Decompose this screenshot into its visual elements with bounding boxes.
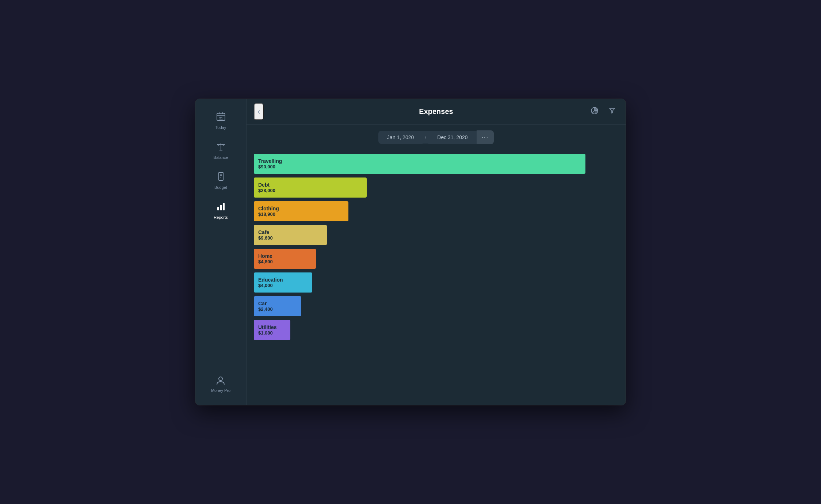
bar-label-utilities: Utilities [258,324,286,330]
end-date[interactable]: Dec 31, 2020 [428,131,476,144]
bar-item-utilities: Utilities$1,080 [254,320,618,340]
bar-item-debt: Debt$28,000 [254,177,618,198]
bar-clothing[interactable]: Clothing$18,900 [254,201,348,221]
bar-value-education: $4,000 [258,283,308,288]
bar-value-car: $2,400 [258,306,297,312]
bar-label-cafe: Cafe [258,229,322,235]
bar-label-clothing: Clothing [258,206,344,211]
svg-rect-8 [219,172,223,180]
bar-label-car: Car [258,301,297,306]
bar-cafe[interactable]: Cafe$9,600 [254,225,327,245]
date-arrow: › [423,131,428,144]
bar-value-debt: $28,000 [258,188,362,193]
reports-icon [216,201,226,213]
sidebar-item-reports[interactable]: Reports [195,196,246,225]
bar-label-debt: Debt [258,182,362,188]
user-icon [215,375,226,386]
svg-rect-1 [219,112,219,114]
sidebar-bottom-label: Money Pro [211,388,230,393]
bar-debt[interactable]: Debt$28,000 [254,177,367,198]
bar-home[interactable]: Home$4,800 [254,249,316,269]
svg-line-19 [592,111,595,113]
bar-value-clothing: $18,900 [258,211,344,217]
bar-item-education: Education$4,000 [254,272,618,293]
bar-label-home: Home [258,253,312,259]
calendar-icon: 21 [216,111,226,123]
svg-rect-2 [222,112,223,114]
svg-text:21: 21 [219,117,222,120]
start-date[interactable]: Jan 1, 2020 [378,131,423,144]
chart-area: Travelling$90,000Debt$28,000Clothing$18,… [247,150,626,405]
sidebar-item-budget-label: Budget [214,185,227,190]
bar-value-utilities: $1,080 [258,330,286,336]
sidebar-item-today[interactable]: 21 Today [195,106,246,135]
sidebar-item-reports-label: Reports [214,215,228,219]
bar-item-home: Home$4,800 [254,249,618,269]
balance-icon [216,141,226,153]
bar-label-education: Education [258,277,308,283]
page-title: Expenses [419,107,453,116]
bar-value-travelling: $90,000 [258,164,581,169]
svg-rect-14 [223,203,225,210]
date-range-bar: Jan 1, 2020 › Dec 31, 2020 ··· [247,125,626,150]
bar-education[interactable]: Education$4,000 [254,272,312,293]
app-window: 21 Today Balance [195,99,626,405]
sidebar-item-balance[interactable]: Balance [195,136,246,165]
bar-item-clothing: Clothing$18,900 [254,201,618,221]
sidebar-item-money-pro[interactable]: Money Pro [207,370,234,398]
back-button[interactable]: ‹ [254,103,264,120]
main-content: ‹ Expenses [247,99,626,405]
bar-travelling[interactable]: Travelling$90,000 [254,154,585,174]
bar-utilities[interactable]: Utilities$1,080 [254,320,290,340]
header: ‹ Expenses [247,99,626,125]
filter-button[interactable] [606,104,618,119]
bar-value-cafe: $9,600 [258,235,322,241]
bar-label-travelling: Travelling [258,158,581,164]
svg-rect-12 [217,207,219,210]
sidebar-item-today-label: Today [215,125,226,130]
budget-icon [216,171,226,183]
sidebar: 21 Today Balance [195,99,247,405]
pie-chart-button[interactable] [588,104,602,119]
svg-rect-13 [220,205,222,210]
bar-item-cafe: Cafe$9,600 [254,225,618,245]
bar-value-home: $4,800 [258,259,312,264]
sidebar-item-balance-label: Balance [214,155,228,160]
svg-point-15 [219,377,222,381]
bar-car[interactable]: Car$2,400 [254,296,301,316]
bar-item-car: Car$2,400 [254,296,618,316]
sidebar-item-budget[interactable]: Budget [195,166,246,195]
header-actions [588,104,618,119]
bar-item-travelling: Travelling$90,000 [254,154,618,174]
date-more-button[interactable]: ··· [477,130,494,144]
